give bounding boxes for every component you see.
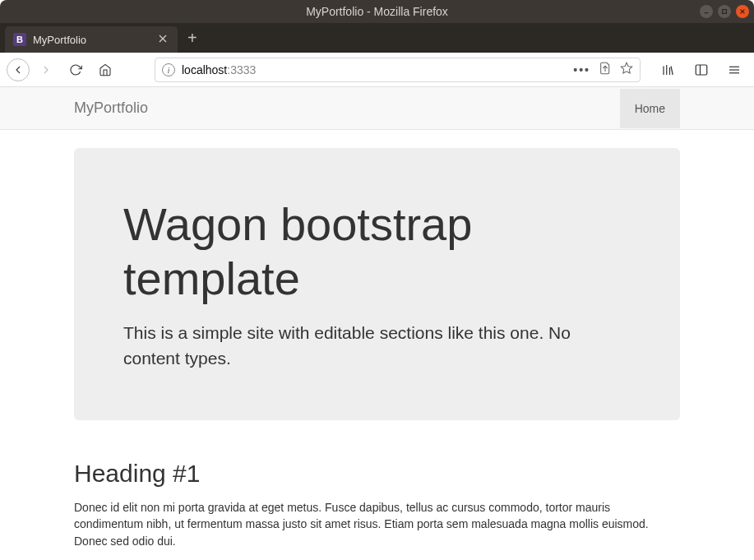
site-navbar: MyPortfolio Home: [0, 87, 754, 130]
tab-favicon: B: [13, 33, 26, 46]
nav-item-home[interactable]: Home: [620, 89, 680, 128]
window-maximize-button[interactable]: [718, 5, 731, 18]
browser-tab[interactable]: B MyPortfolio: [5, 26, 178, 53]
section-text-1: Donec id elit non mi porta gravida at eg…: [74, 499, 680, 549]
jumbotron: Wagon bootstrap template This is a simpl…: [74, 148, 680, 420]
window-close-button[interactable]: [736, 5, 749, 18]
url-host: localhost: [182, 63, 227, 76]
tab-title: MyPortfolio: [33, 34, 86, 46]
page-content[interactable]: MyPortfolio Home Wagon bootstrap templat…: [0, 87, 754, 560]
site-brand[interactable]: MyPortfolio: [74, 100, 148, 117]
address-right: •••: [573, 62, 633, 77]
url-port: :3333: [227, 63, 256, 76]
new-tab-button[interactable]: +: [178, 29, 207, 48]
toolbar-right: [655, 57, 747, 83]
library-icon[interactable]: [655, 57, 682, 83]
site-info-icon[interactable]: i: [162, 63, 175, 76]
svg-marker-6: [621, 62, 631, 73]
forward-button[interactable]: [33, 57, 59, 83]
svg-rect-1: [723, 10, 727, 14]
url-text: localhost:3333: [182, 63, 256, 76]
tab-close-button[interactable]: [156, 31, 169, 48]
reader-mode-icon[interactable]: [599, 62, 612, 77]
jumbotron-title: Wagon bootstrap template: [123, 197, 631, 306]
sidebar-icon[interactable]: [688, 57, 715, 83]
main-container: Wagon bootstrap template This is a simpl…: [0, 148, 754, 560]
reload-button[interactable]: [62, 57, 89, 83]
svg-rect-11: [696, 65, 707, 75]
bookmark-star-icon[interactable]: [620, 62, 633, 77]
window-minimize-button[interactable]: [700, 5, 713, 18]
browser-toolbar: i localhost:3333 •••: [0, 53, 754, 87]
section-heading-1: Heading #1: [74, 460, 680, 488]
menu-icon[interactable]: [721, 57, 747, 83]
address-bar[interactable]: i localhost:3333 •••: [155, 58, 641, 82]
back-button[interactable]: [7, 58, 30, 81]
jumbotron-text: This is a simple site with editable sect…: [123, 321, 631, 371]
svg-line-10: [671, 66, 673, 75]
window-controls: [700, 5, 749, 18]
page-actions-icon[interactable]: •••: [573, 63, 590, 76]
home-button[interactable]: [92, 57, 118, 83]
window-titlebar: MyPortfolio - Mozilla Firefox: [0, 0, 754, 23]
tab-strip: B MyPortfolio +: [0, 23, 754, 53]
window-title: MyPortfolio - Mozilla Firefox: [306, 5, 448, 18]
